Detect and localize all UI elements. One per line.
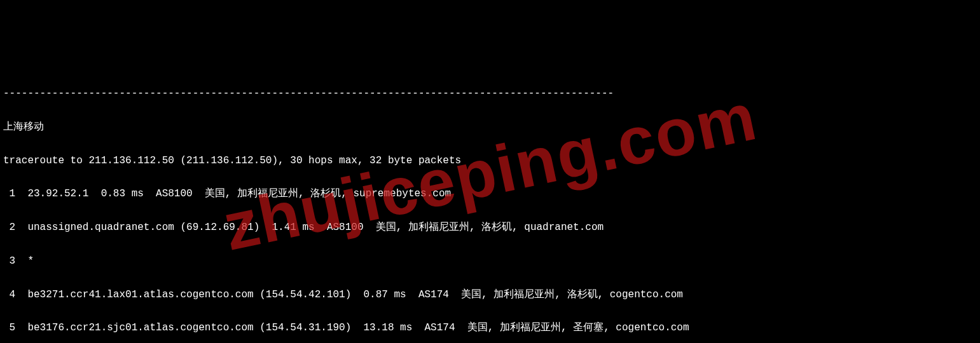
terminal-output: ----------------------------------------… xyxy=(3,69,977,343)
hop-number: 3 xyxy=(3,255,15,267)
hop-detail: be3176.ccr21.sjc01.atlas.cogentco.com (1… xyxy=(27,322,689,333)
hop-number: 1 xyxy=(3,188,15,199)
hop-line: 4 be3271.ccr41.lax01.atlas.cogentco.com … xyxy=(3,286,977,303)
separator-line: ----------------------------------------… xyxy=(3,85,977,102)
hop-number: 5 xyxy=(3,322,15,333)
hop-detail: unassigned.quadranet.com (69.12.69.81) 1… xyxy=(27,222,604,233)
hop-detail: * xyxy=(27,255,34,267)
traceroute-title: 上海移动 xyxy=(3,119,977,135)
hop-number: 4 xyxy=(3,289,15,300)
traceroute-header: traceroute to 211.136.112.50 (211.136.11… xyxy=(3,152,977,169)
hop-line: 3 * xyxy=(3,253,977,269)
hop-number: 2 xyxy=(3,222,15,233)
hop-line: 1 23.92.52.1 0.83 ms AS8100 美国, 加利福尼亚州, … xyxy=(3,185,977,202)
hop-detail: 23.92.52.1 0.83 ms AS8100 美国, 加利福尼亚州, 洛杉… xyxy=(27,188,451,199)
hop-detail: be3271.ccr41.lax01.atlas.cogentco.com (1… xyxy=(27,289,683,300)
hop-line: 2 unassigned.quadranet.com (69.12.69.81)… xyxy=(3,219,977,236)
hop-line: 5 be3176.ccr21.sjc01.atlas.cogentco.com … xyxy=(3,319,977,336)
